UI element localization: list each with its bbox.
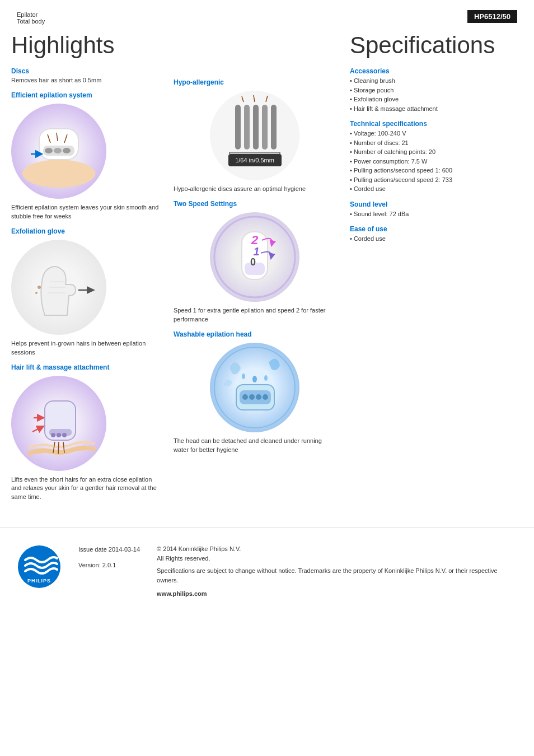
version-label: Version: (78, 562, 101, 568)
copyright: © 2014 Koninklijke Philips N.V. (157, 544, 517, 554)
disclaimer: Specifications are subject to change wit… (157, 566, 517, 585)
svg-point-46 (249, 394, 255, 400)
washable-heading: Washable epilation head (174, 330, 336, 338)
tech-spec-item: Pulling actions/second speed 2: 733 (350, 175, 523, 185)
hair-lift-svg (17, 381, 101, 465)
efficient-epilation-text: Efficient epilation system leaves your s… (11, 203, 162, 221)
svg-point-4 (54, 148, 62, 153)
footer-meta: Issue date 2014-03-14 Version: 2.0.1 (78, 544, 140, 571)
two-speed-svg: 2 1 0 (213, 215, 297, 299)
specifications-column: Specifications Accessories Cleaning brus… (341, 34, 523, 505)
section-sound-level: Sound level Sound level: 72 dBa (350, 200, 523, 219)
svg-rect-23 (235, 105, 241, 150)
hair-lift-heading: Hair lift & massage attachment (11, 363, 162, 371)
hypo-allergenic-heading: Hypo-allergenic (174, 78, 336, 86)
washable-text: The head can be detached and cleaned und… (174, 437, 336, 454)
sound-level-list: Sound level: 72 dBa (350, 209, 523, 219)
section-washable: Washable epilation head (174, 330, 336, 454)
exfoliation-image (11, 240, 106, 335)
hypo-allergenic-svg: 1/64 in/0.5mm (213, 94, 297, 178)
footer: PHILIPS Issue date 2014-03-14 Version: 2… (0, 527, 534, 610)
svg-point-12 (38, 286, 41, 289)
svg-point-50 (242, 374, 245, 379)
hypo-allergenic-image: 1/64 in/0.5mm (210, 91, 299, 180)
category-title: Epilator (17, 11, 45, 18)
svg-rect-24 (244, 105, 250, 150)
sound-level-heading: Sound level (350, 200, 523, 208)
ease-of-use-list: Corded use (350, 234, 523, 244)
svg-point-17 (57, 433, 61, 437)
svg-text:1/64 in/0.5mm: 1/64 in/0.5mm (235, 157, 274, 164)
philips-logo-svg: PHILIPS (17, 544, 62, 589)
issue-date-value: 2014-03-14 (109, 546, 140, 553)
efficient-epilation-heading: Efficient epilation system (11, 91, 162, 99)
exfoliation-text: Helps prevent in-grown hairs in between … (11, 339, 162, 357)
product-code-bar: HP6512/50 (467, 10, 517, 23)
section-hypo-allergenic: Hypo-allergenic 1/64 (174, 78, 336, 193)
section-exfoliation: Exfoliation glove Helps preven (11, 227, 162, 357)
philips-logo: PHILIPS (17, 544, 62, 591)
tech-spec-item: Number of catching points: 20 (350, 147, 523, 157)
issue-date-row: Issue date 2014-03-14 (78, 544, 140, 556)
two-speed-text: Speed 1 for extra gentle epilation and s… (174, 306, 336, 324)
accessories-heading: Accessories (350, 67, 523, 75)
exfoliation-heading: Exfoliation glove (11, 227, 162, 235)
main-container: Highlights Discs Removes hair as short a… (0, 0, 534, 505)
section-two-speed: Two Speed Settings 2 1 0 (174, 200, 336, 324)
accessories-item: Cleaning brush (350, 76, 523, 86)
tech-spec-item: Corded use (350, 184, 523, 194)
tech-spec-item: Voltage: 100-240 V (350, 129, 523, 138)
version-row: Version: 2.0.1 (78, 560, 140, 571)
tech-spec-item: Number of discs: 21 (350, 138, 523, 148)
ease-of-use-item: Corded use (350, 234, 523, 244)
svg-line-20 (58, 442, 59, 454)
svg-point-0 (22, 160, 95, 188)
section-discs: Discs Removes hair as short as 0.5mm (11, 67, 162, 85)
technical-specs-heading: Technical specifications (350, 120, 523, 128)
accessories-item: Hair lift & massage attachment (350, 104, 523, 114)
issue-date-label: Issue date (78, 546, 107, 553)
highlights-title: Highlights (11, 34, 162, 57)
accessories-list: Cleaning brush Storage pouch Exfoliation… (350, 76, 523, 113)
product-category: Epilator Total body (17, 11, 45, 25)
svg-point-48 (263, 394, 268, 400)
version-value: 2.0.1 (102, 562, 116, 568)
svg-rect-25 (253, 105, 259, 150)
two-speed-image: 2 1 0 (210, 212, 299, 302)
hair-lift-image (11, 376, 106, 471)
category-sub: Total body (17, 18, 45, 25)
exfoliation-svg (20, 248, 98, 326)
highlights-column: Highlights Discs Removes hair as short a… (11, 34, 168, 505)
two-speed-heading: Two Speed Settings (174, 200, 336, 208)
svg-text:1: 1 (253, 245, 259, 258)
accessories-item: Storage pouch (350, 86, 523, 95)
section-efficient-epilation: Efficient epilation system (11, 91, 162, 221)
discs-text: Removes hair as short as 0.5mm (11, 76, 162, 85)
specifications-title: Specifications (350, 34, 523, 57)
svg-rect-27 (271, 105, 277, 150)
website: www.philips.com (157, 589, 517, 599)
section-accessories: Accessories Cleaning brush Storage pouch… (350, 67, 523, 113)
efficient-epilation-svg (20, 112, 98, 190)
svg-point-3 (45, 148, 53, 153)
technical-specs-list: Voltage: 100-240 V Number of discs: 21 N… (350, 129, 523, 194)
svg-point-49 (252, 376, 257, 382)
accessories-item: Exfoliation glove (350, 95, 523, 104)
discs-heading: Discs (11, 67, 162, 75)
svg-point-13 (35, 292, 38, 294)
svg-text:PHILIPS: PHILIPS (27, 578, 51, 584)
washable-svg (213, 346, 297, 430)
hair-lift-text: Lifts even the short hairs for an extra … (11, 475, 162, 501)
ease-of-use-heading: Ease of use (350, 225, 523, 233)
svg-point-47 (256, 394, 261, 400)
svg-point-18 (62, 433, 67, 437)
hypo-allergenic-text: Hypo-allergenic discs assure an optimal … (174, 185, 336, 193)
svg-point-16 (51, 433, 55, 437)
tech-spec-item: Pulling actions/second speed 1: 600 (350, 166, 523, 175)
washable-image (210, 343, 299, 432)
efficient-epilation-image (11, 104, 106, 199)
rights: All Rights reserved. (157, 554, 517, 563)
footer-legal: © 2014 Koninklijke Philips N.V. All Righ… (157, 544, 517, 599)
svg-point-45 (242, 394, 248, 400)
svg-point-5 (63, 148, 71, 153)
